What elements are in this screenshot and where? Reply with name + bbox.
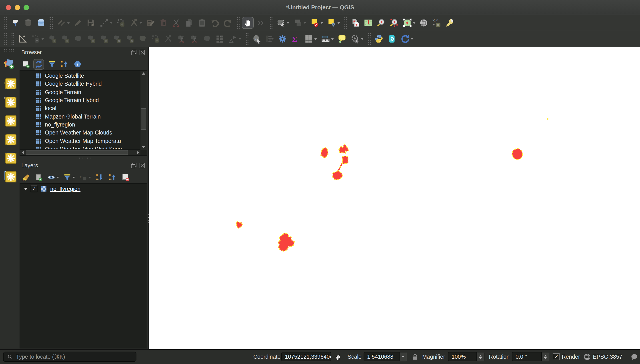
rotation-spinbox[interactable]: 0.0 ° [512, 352, 549, 361]
browser-item[interactable]: Google Satellite Hybrid [20, 80, 147, 88]
nofly-polygon-d[interactable] [332, 171, 343, 180]
toolbar-handle[interactable] [269, 17, 273, 29]
select-features-icon[interactable] [275, 17, 291, 29]
python-console-icon[interactable] [373, 33, 385, 45]
float-panel-icon[interactable] [131, 162, 137, 169]
new-spatial-bookmark-icon[interactable] [362, 17, 374, 29]
browser-vertical-scrollbar[interactable] [140, 70, 147, 150]
zoom-to-points-icon[interactable] [388, 17, 400, 29]
toolbar-handle[interactable] [49, 17, 53, 29]
measure-icon[interactable] [319, 33, 335, 45]
filter-legend-icon[interactable] [62, 172, 76, 183]
messages-bubble-icon[interactable] [630, 353, 638, 361]
zoom-to-layer-icon[interactable] [401, 17, 417, 29]
select-by-value-icon[interactable] [325, 17, 341, 29]
metasearch-globe-icon[interactable] [418, 17, 430, 29]
vertex-editor-icon[interactable] [149, 33, 161, 45]
magnifier-spin-arrows[interactable] [477, 352, 484, 361]
run-feature-action-icon[interactable] [349, 33, 365, 45]
rotation-spin-arrows[interactable] [541, 352, 549, 361]
close-window-button[interactable] [6, 5, 11, 10]
remove-layer-icon[interactable] [120, 172, 131, 183]
nofly-polygon-a[interactable] [321, 148, 328, 158]
crs-globe-icon[interactable] [583, 353, 591, 361]
toolbar-handle[interactable] [344, 17, 347, 29]
redo-icon[interactable] [222, 17, 234, 29]
layer-visibility-checkbox[interactable]: ✓ [31, 186, 37, 192]
scale-combobox[interactable]: 1:5410688 [364, 352, 407, 361]
minimize-window-button[interactable] [15, 5, 20, 10]
paint-bucket-icon[interactable] [9, 17, 21, 29]
processing-toolbox-icon[interactable] [276, 33, 288, 45]
magnifier-spinbox[interactable]: 100% [448, 352, 485, 361]
delete-part-icon[interactable] [111, 33, 123, 45]
toolbar-handle[interactable] [4, 33, 7, 44]
merge-features-icon[interactable] [201, 33, 213, 45]
filter-browser-icon[interactable] [46, 59, 57, 70]
toolbar-overflow-chevron[interactable] [255, 17, 267, 29]
new-shapefile-layer-icon[interactable] [3, 94, 16, 108]
refresh-icon[interactable] [33, 59, 44, 70]
toolbar-handle[interactable] [11, 33, 14, 44]
deselect-all-icon[interactable] [308, 17, 324, 29]
browser-item[interactable]: Open Weather Map Temperatu [20, 137, 147, 145]
filter-by-expression-icon[interactable] [78, 172, 92, 183]
map-canvas[interactable] [149, 46, 640, 350]
statistics-summary-icon[interactable] [289, 33, 301, 45]
simplify-feature-icon[interactable] [59, 33, 71, 45]
yellow-dot[interactable] [547, 118, 548, 120]
manage-map-themes-icon[interactable] [46, 172, 60, 183]
browser-item[interactable]: no_flyregion [20, 121, 147, 129]
zoom-to-selection-icon[interactable] [375, 17, 387, 29]
reshape-features-icon[interactable] [136, 33, 148, 45]
dock-resize-handle[interactable] [147, 214, 150, 225]
mouse-extent-icon[interactable] [334, 353, 342, 361]
panel-splitter[interactable] [18, 156, 148, 160]
scroll-right-arrow[interactable] [135, 150, 140, 155]
save-layer-edits-icon[interactable] [85, 17, 97, 29]
advanced-digitizing-icon[interactable] [128, 17, 144, 29]
browser-item[interactable]: local [20, 104, 147, 112]
osm-place-search-icon[interactable] [386, 33, 398, 45]
render-checkbox[interactable]: ✓ [553, 353, 560, 360]
browser-item[interactable]: Google Terrain Hybrid [20, 96, 147, 104]
paste-features-icon[interactable] [196, 17, 208, 29]
nofly-polygon-f[interactable] [236, 222, 242, 228]
collapse-all-icon[interactable] [59, 59, 70, 70]
data-source-manager-icon[interactable] [3, 57, 16, 70]
close-panel-icon[interactable] [139, 162, 145, 169]
delete-ring-icon[interactable] [98, 33, 110, 45]
coordinate-input[interactable]: 10752121,3396404 [281, 352, 331, 361]
toggle-editing-icon[interactable] [72, 17, 84, 29]
toolbar-handle[interactable] [3, 48, 15, 52]
vertex-tool-icon[interactable] [115, 17, 127, 29]
scroll-up-arrow[interactable] [140, 70, 147, 76]
rotate-feature-icon[interactable] [46, 33, 58, 45]
coordinate-capture-icon[interactable] [431, 17, 443, 29]
identify-features-icon[interactable] [251, 33, 263, 45]
browser-item[interactable]: Google Satellite [20, 72, 147, 80]
browser-item[interactable]: Open Weather Map Clouds [20, 129, 147, 137]
abacus-icon[interactable] [264, 33, 276, 45]
zoom-window-button[interactable] [24, 5, 29, 10]
trim-extend-icon[interactable] [162, 33, 174, 45]
scroll-down-arrow[interactable] [140, 144, 147, 150]
toolbar-handle[interactable] [367, 33, 371, 44]
processing-history-icon[interactable] [399, 33, 415, 45]
select-pointer-icon[interactable] [227, 33, 243, 45]
scrollbar-thumb[interactable] [141, 108, 146, 130]
pan-map-button[interactable] [242, 17, 254, 29]
split-parts-icon[interactable] [188, 33, 200, 45]
current-edits-icon[interactable] [55, 17, 71, 29]
add-ring-icon[interactable] [72, 33, 84, 45]
nofly-polygon-b[interactable] [339, 144, 348, 153]
dark-cylinder-icon[interactable] [22, 17, 34, 29]
new-spatialite-layer-icon[interactable] [3, 113, 16, 126]
add-group-icon[interactable] [33, 172, 44, 183]
new-map-view-icon[interactable] [349, 17, 361, 29]
delete-selected-icon[interactable] [157, 17, 169, 29]
browser-item[interactable]: Google Terrain [20, 88, 147, 96]
copy-features-icon[interactable] [183, 17, 195, 29]
cad-tools-icon[interactable] [17, 33, 29, 45]
float-panel-icon[interactable] [131, 49, 137, 56]
